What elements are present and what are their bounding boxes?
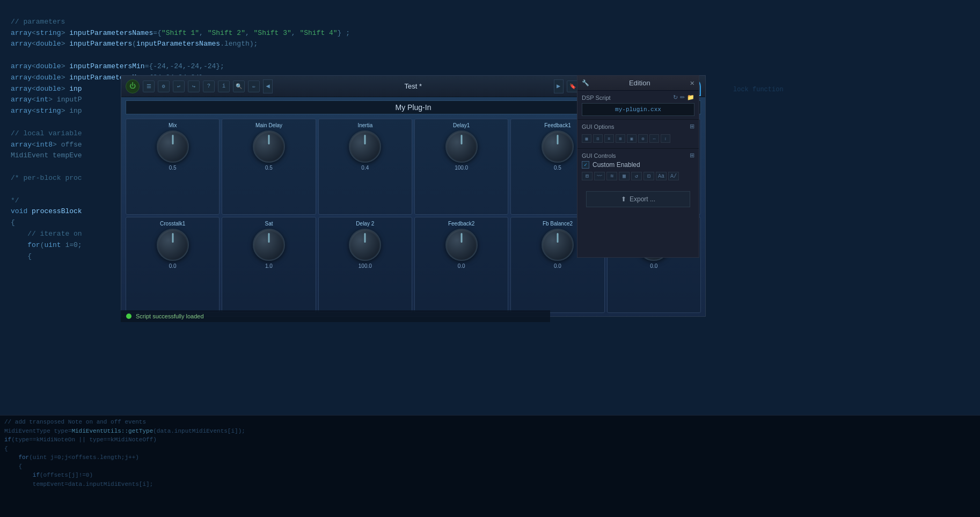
ctrl-icon-1[interactable]: ⊞ (582, 172, 593, 180)
bottom-code-section: // add transposed Note on and off events… (0, 415, 980, 517)
gui-opt-btn-6[interactable]: ⚙ (638, 134, 648, 143)
preset-next-button[interactable]: ▶ (554, 79, 564, 93)
edit-button[interactable]: ✏ (248, 81, 260, 92)
zoom-button[interactable]: 🔍 (233, 81, 245, 92)
control-icons-row: ⊞ 〰 ≋ ▦ ↺ ⊡ Aa A/ (582, 172, 694, 180)
knob-delay1-value: 100.0 (455, 165, 468, 171)
ctrl-icon-2[interactable]: 〰 (594, 172, 605, 180)
power-button[interactable]: ⏻ (126, 79, 140, 93)
edit-icon[interactable]: ✏ (680, 94, 685, 101)
gui-controls-label: GUI Controls ⊞ (582, 152, 694, 159)
gui-opt-btn-8[interactable]: ↕ (661, 134, 670, 143)
knob-crosstalk2-value: 0.0 (650, 263, 657, 269)
knob-feedback1-control[interactable] (542, 130, 574, 163)
gui-opt-btn-4[interactable]: ⊞ (616, 134, 625, 143)
refresh-icon[interactable]: ↻ (673, 94, 678, 101)
knob-sat-label: Sat (265, 221, 273, 227)
edition-panel: 🔧 Edition ✕ DSP Script ↻ ✏ 📁 my-plugin.c… (577, 75, 699, 258)
gui-opt-btn-1[interactable]: ▦ (582, 134, 591, 143)
knob-feedback1-label: Feedback1 (544, 122, 571, 128)
knob-inertia-value: 0.4 (361, 165, 369, 171)
undo-button[interactable]: ↩ (173, 81, 185, 92)
knob-mix-label: Mix (169, 122, 177, 128)
knob-fb-balance2-label: Fb Balance2 (543, 221, 573, 227)
export-icon: ⬆ (621, 195, 626, 203)
knob-sat-value: 1.0 (265, 263, 273, 269)
ctrl-icon-4[interactable]: ▦ (619, 172, 630, 180)
custom-enabled-checkbox[interactable]: ✓ (582, 161, 589, 169)
bg-code-right: lock function (722, 75, 980, 290)
knob-mix: Mix 0.5 (126, 119, 220, 215)
knob-sat-control[interactable] (253, 229, 285, 261)
bottom-code-text: // add transposed Note on and off events… (4, 418, 976, 489)
knob-mix-value: 0.5 (169, 165, 177, 171)
knob-crosstalk1-control[interactable] (157, 229, 189, 261)
ctrl-icon-8[interactable]: A/ (668, 172, 679, 180)
knob-mix-control[interactable] (157, 130, 189, 163)
knob-crosstalk1: Crosstalk1 0.0 (126, 217, 220, 313)
export-button[interactable]: ⬆ Export ... (586, 191, 690, 207)
help-button[interactable]: ? (203, 81, 215, 92)
folder-icon[interactable]: 📁 (687, 94, 694, 101)
custom-enabled-label: Custom Enabled (593, 161, 640, 169)
knob-main-delay-value: 0.5 (265, 165, 273, 171)
knob-crosstalk1-value: 0.0 (169, 263, 177, 269)
gui-options-icons-row: ▦ ⊡ ≡ ⊞ ▣ ⚙ ↔ ↕ (582, 132, 694, 145)
knob-feedback2-value: 0.0 (458, 263, 465, 269)
dsp-script-filename[interactable]: my-plugin.cxx (582, 103, 694, 116)
menu-button[interactable]: ☰ (143, 81, 155, 92)
status-bar: Script successfully loaded (121, 310, 550, 322)
gui-options-label: GUI Options ⊞ (582, 123, 694, 130)
gui-opt-btn-7[interactable]: ↔ (649, 134, 659, 143)
edition-close-button[interactable]: ✕ (690, 78, 694, 88)
knob-sat: Sat 1.0 (222, 217, 316, 313)
knob-delay2-label: Delay 2 (356, 221, 374, 227)
ctrl-icon-5[interactable]: ↺ (631, 172, 642, 180)
knob-delay1: Delay1 100.0 (414, 119, 508, 215)
edition-header: 🔧 Edition ✕ (577, 76, 699, 91)
export-section: ⬆ Export ... (577, 191, 699, 215)
preset-name: Test * (276, 82, 551, 90)
settings-button[interactable]: ⚙ (158, 81, 170, 92)
knob-delay1-control[interactable] (445, 130, 478, 163)
dsp-script-icons: ↻ ✏ 📁 (673, 94, 694, 101)
knob-crosstalk1-label: Crosstalk1 (160, 221, 185, 227)
dsp-script-label: DSP Script ↻ ✏ 📁 (582, 94, 694, 101)
gui-opt-btn-3[interactable]: ≡ (604, 134, 614, 143)
knob-main-delay-control[interactable] (253, 130, 285, 163)
status-indicator (126, 314, 131, 319)
gui-opt-btn-2[interactable]: ⊡ (593, 134, 603, 143)
info-button[interactable]: i (218, 81, 230, 92)
knob-delay2: Delay 2 100.0 (318, 217, 412, 313)
ctrl-icon-3[interactable]: ≋ (606, 172, 617, 180)
gui-controls-section: GUI Controls ⊞ ✓ Custom Enabled ⊞ 〰 ≋ ▦ … (577, 149, 699, 188)
knob-feedback2: Feedback2 0.0 (414, 217, 508, 313)
knob-inertia-label: Inertia (357, 122, 372, 128)
gui-controls-expand-icon[interactable]: ⊞ (690, 152, 694, 159)
knob-main-delay: Main Delay 0.5 (222, 119, 316, 215)
knob-delay1-label: Delay1 (453, 122, 470, 128)
edition-tools-icon: 🔧 (582, 79, 589, 86)
ctrl-icon-6[interactable]: ⊡ (643, 172, 654, 180)
knob-delay2-value: 100.0 (359, 263, 372, 269)
knob-fb-balance2-control[interactable] (542, 229, 574, 261)
ctrl-icon-7[interactable]: Aa (656, 172, 667, 180)
knob-fb-balance2-value: 0.0 (554, 263, 561, 269)
knob-feedback1-value: 0.5 (554, 165, 561, 171)
edition-title: Edition (589, 79, 690, 87)
gui-options-expand-icon[interactable]: ⊞ (690, 123, 694, 130)
knob-feedback2-label: Feedback2 (448, 221, 474, 227)
gui-opt-btn-5[interactable]: ▣ (627, 134, 637, 143)
dsp-script-section: DSP Script ↻ ✏ 📁 my-plugin.cxx (577, 91, 699, 120)
custom-enabled-row: ✓ Custom Enabled (582, 161, 694, 169)
knob-delay2-control[interactable] (349, 229, 381, 261)
preset-prev-button[interactable]: ◀ (263, 79, 273, 93)
knob-inertia: Inertia 0.4 (318, 119, 412, 215)
knob-feedback2-control[interactable] (445, 229, 478, 261)
gui-options-section: GUI Options ⊞ ▦ ⊡ ≡ ⊞ ▣ ⚙ ↔ ↕ (577, 120, 699, 149)
knob-main-delay-label: Main Delay (255, 122, 282, 128)
status-text: Script successfully loaded (136, 313, 204, 319)
knob-inertia-control[interactable] (349, 130, 381, 163)
redo-button[interactable]: ↪ (188, 81, 200, 92)
